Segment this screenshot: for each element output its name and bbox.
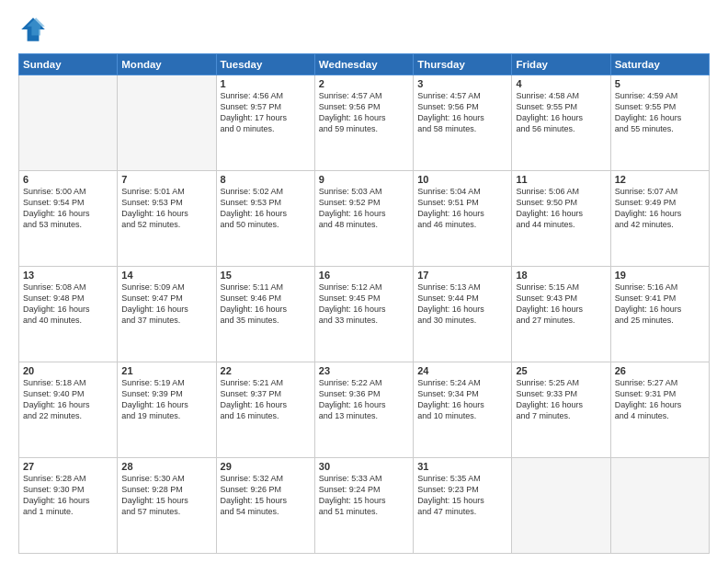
calendar-cell: 9Sunrise: 5:03 AMSunset: 9:52 PMDaylight…	[314, 171, 413, 267]
cell-info: Sunrise: 4:59 AMSunset: 9:55 PMDaylight:…	[615, 90, 705, 135]
cell-info: Sunrise: 4:57 AMSunset: 9:56 PMDaylight:…	[417, 90, 507, 135]
calendar-cell: 8Sunrise: 5:02 AMSunset: 9:53 PMDaylight…	[216, 171, 314, 267]
cell-info: Sunrise: 5:16 AMSunset: 9:41 PMDaylight:…	[615, 282, 705, 327]
weekday-header-saturday: Saturday	[610, 54, 709, 75]
week-row-0: 1Sunrise: 4:56 AMSunset: 9:57 PMDaylight…	[19, 75, 710, 171]
cell-info: Sunrise: 5:21 AMSunset: 9:37 PMDaylight:…	[221, 377, 311, 422]
cell-info: Sunrise: 5:12 AMSunset: 9:45 PMDaylight:…	[319, 282, 409, 327]
calendar-cell	[118, 75, 216, 171]
calendar-cell: 11Sunrise: 5:06 AMSunset: 9:50 PMDayligh…	[512, 171, 610, 267]
weekday-header-monday: Monday	[118, 54, 216, 75]
cell-info: Sunrise: 5:02 AMSunset: 9:53 PMDaylight:…	[221, 186, 311, 231]
cell-info: Sunrise: 5:11 AMSunset: 9:46 PMDaylight:…	[221, 282, 311, 327]
weekday-header-thursday: Thursday	[414, 54, 512, 75]
calendar-cell	[19, 75, 118, 171]
cell-info: Sunrise: 5:27 AMSunset: 9:31 PMDaylight:…	[615, 377, 705, 422]
cell-info: Sunrise: 5:09 AMSunset: 9:47 PMDaylight:…	[121, 282, 211, 327]
calendar-cell	[512, 458, 610, 554]
calendar-cell: 12Sunrise: 5:07 AMSunset: 9:49 PMDayligh…	[610, 171, 709, 267]
day-number: 26	[615, 365, 705, 376]
day-number: 23	[319, 365, 409, 376]
day-number: 19	[615, 270, 705, 281]
calendar-cell: 13Sunrise: 5:08 AMSunset: 9:48 PMDayligh…	[19, 267, 118, 362]
calendar-cell: 24Sunrise: 5:24 AMSunset: 9:34 PMDayligh…	[414, 362, 512, 458]
day-number: 11	[516, 174, 606, 185]
calendar-cell: 17Sunrise: 5:13 AMSunset: 9:44 PMDayligh…	[414, 267, 512, 362]
cell-info: Sunrise: 5:24 AMSunset: 9:34 PMDaylight:…	[417, 377, 507, 422]
calendar-cell: 25Sunrise: 5:25 AMSunset: 9:33 PMDayligh…	[512, 362, 610, 458]
cell-info: Sunrise: 5:35 AMSunset: 9:23 PMDaylight:…	[417, 473, 507, 518]
calendar-cell: 2Sunrise: 4:57 AMSunset: 9:56 PMDaylight…	[314, 75, 413, 171]
day-number: 21	[121, 365, 211, 376]
day-number: 14	[121, 270, 211, 281]
cell-info: Sunrise: 5:04 AMSunset: 9:51 PMDaylight:…	[417, 186, 507, 231]
cell-info: Sunrise: 5:15 AMSunset: 9:43 PMDaylight:…	[516, 282, 606, 327]
day-number: 25	[516, 365, 606, 376]
logo-icon	[18, 15, 48, 44]
day-number: 7	[121, 174, 211, 185]
calendar-cell: 5Sunrise: 4:59 AMSunset: 9:55 PMDaylight…	[610, 75, 709, 171]
calendar-cell: 31Sunrise: 5:35 AMSunset: 9:23 PMDayligh…	[414, 458, 512, 554]
day-number: 31	[417, 461, 507, 472]
day-number: 6	[23, 174, 113, 185]
day-number: 28	[121, 461, 211, 472]
calendar-cell: 22Sunrise: 5:21 AMSunset: 9:37 PMDayligh…	[216, 362, 314, 458]
calendar-cell: 21Sunrise: 5:19 AMSunset: 9:39 PMDayligh…	[118, 362, 216, 458]
calendar-cell: 26Sunrise: 5:27 AMSunset: 9:31 PMDayligh…	[610, 362, 709, 458]
day-number: 30	[319, 461, 409, 472]
day-number: 16	[319, 270, 409, 281]
calendar-cell: 23Sunrise: 5:22 AMSunset: 9:36 PMDayligh…	[314, 362, 413, 458]
page: SundayMondayTuesdayWednesdayThursdayFrid…	[0, 0, 728, 563]
day-number: 29	[221, 461, 311, 472]
weekday-header-tuesday: Tuesday	[216, 54, 314, 75]
calendar-cell: 18Sunrise: 5:15 AMSunset: 9:43 PMDayligh…	[512, 267, 610, 362]
day-number: 3	[417, 78, 507, 89]
cell-info: Sunrise: 5:32 AMSunset: 9:26 PMDaylight:…	[221, 473, 311, 518]
cell-info: Sunrise: 5:18 AMSunset: 9:40 PMDaylight:…	[23, 377, 113, 422]
cell-info: Sunrise: 5:13 AMSunset: 9:44 PMDaylight:…	[417, 282, 507, 327]
calendar-cell: 16Sunrise: 5:12 AMSunset: 9:45 PMDayligh…	[314, 267, 413, 362]
calendar-cell	[610, 458, 709, 554]
day-number: 20	[23, 365, 113, 376]
cell-info: Sunrise: 5:28 AMSunset: 9:30 PMDaylight:…	[23, 473, 113, 518]
day-number: 2	[319, 78, 409, 89]
day-number: 12	[615, 174, 705, 185]
calendar-cell: 1Sunrise: 4:56 AMSunset: 9:57 PMDaylight…	[216, 75, 314, 171]
cell-info: Sunrise: 4:56 AMSunset: 9:57 PMDaylight:…	[221, 90, 311, 135]
calendar-cell: 20Sunrise: 5:18 AMSunset: 9:40 PMDayligh…	[19, 362, 118, 458]
cell-info: Sunrise: 5:08 AMSunset: 9:48 PMDaylight:…	[23, 282, 113, 327]
week-row-1: 6Sunrise: 5:00 AMSunset: 9:54 PMDaylight…	[19, 171, 710, 267]
calendar-cell: 15Sunrise: 5:11 AMSunset: 9:46 PMDayligh…	[216, 267, 314, 362]
day-number: 9	[319, 174, 409, 185]
cell-info: Sunrise: 5:03 AMSunset: 9:52 PMDaylight:…	[319, 186, 409, 231]
calendar-cell: 4Sunrise: 4:58 AMSunset: 9:55 PMDaylight…	[512, 75, 610, 171]
calendar-cell: 29Sunrise: 5:32 AMSunset: 9:26 PMDayligh…	[216, 458, 314, 554]
cell-info: Sunrise: 5:07 AMSunset: 9:49 PMDaylight:…	[615, 186, 705, 231]
cell-info: Sunrise: 4:58 AMSunset: 9:55 PMDaylight:…	[516, 90, 606, 135]
cell-info: Sunrise: 4:57 AMSunset: 9:56 PMDaylight:…	[319, 90, 409, 135]
calendar-cell: 28Sunrise: 5:30 AMSunset: 9:28 PMDayligh…	[118, 458, 216, 554]
day-number: 22	[221, 365, 311, 376]
weekday-header-wednesday: Wednesday	[314, 54, 413, 75]
header	[18, 15, 710, 44]
calendar-cell: 30Sunrise: 5:33 AMSunset: 9:24 PMDayligh…	[314, 458, 413, 554]
week-row-4: 27Sunrise: 5:28 AMSunset: 9:30 PMDayligh…	[19, 458, 710, 554]
day-number: 24	[417, 365, 507, 376]
calendar-cell: 14Sunrise: 5:09 AMSunset: 9:47 PMDayligh…	[118, 267, 216, 362]
week-row-2: 13Sunrise: 5:08 AMSunset: 9:48 PMDayligh…	[19, 267, 710, 362]
cell-info: Sunrise: 5:01 AMSunset: 9:53 PMDaylight:…	[121, 186, 211, 231]
day-number: 27	[23, 461, 113, 472]
day-number: 10	[417, 174, 507, 185]
day-number: 17	[417, 270, 507, 281]
weekday-header-sunday: Sunday	[19, 54, 118, 75]
calendar-cell: 6Sunrise: 5:00 AMSunset: 9:54 PMDaylight…	[19, 171, 118, 267]
day-number: 4	[516, 78, 606, 89]
day-number: 8	[221, 174, 311, 185]
cell-info: Sunrise: 5:00 AMSunset: 9:54 PMDaylight:…	[23, 186, 113, 231]
cell-info: Sunrise: 5:19 AMSunset: 9:39 PMDaylight:…	[121, 377, 211, 422]
weekday-header-row: SundayMondayTuesdayWednesdayThursdayFrid…	[19, 54, 710, 75]
week-row-3: 20Sunrise: 5:18 AMSunset: 9:40 PMDayligh…	[19, 362, 710, 458]
weekday-header-friday: Friday	[512, 54, 610, 75]
cell-info: Sunrise: 5:33 AMSunset: 9:24 PMDaylight:…	[319, 473, 409, 518]
cell-info: Sunrise: 5:25 AMSunset: 9:33 PMDaylight:…	[516, 377, 606, 422]
